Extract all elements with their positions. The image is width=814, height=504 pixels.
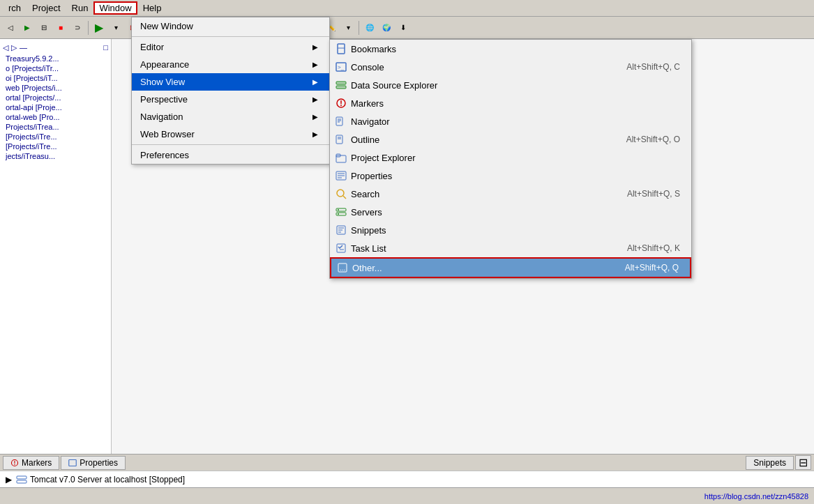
toolbar-globe2[interactable]: 🌐 xyxy=(362,20,377,36)
sidebar-expand[interactable]: □ xyxy=(103,43,108,52)
sidebar-item-9[interactable]: [Projects/iTre... xyxy=(0,142,111,151)
menu-run[interactable]: Run xyxy=(66,1,94,15)
svg-rect-41 xyxy=(69,459,77,466)
sv-servers-label: Servers xyxy=(351,207,382,217)
sv-projexplorer-label: Project Explorer xyxy=(351,153,415,163)
menu-rch[interactable]: rch xyxy=(3,1,27,15)
menu-appearance[interactable]: Appearance ▶ xyxy=(132,56,329,73)
toolbar-globe3[interactable]: 🌍 xyxy=(379,20,394,36)
menu-editor-arrow: ▶ xyxy=(312,43,318,51)
server-expand-arrow[interactable]: ▶ xyxy=(6,475,12,484)
sidebar-item-7[interactable]: Projects/iTrea... xyxy=(0,122,111,132)
sidebar-item-4[interactable]: ortal [Projects/... xyxy=(0,93,111,102)
servers-icon xyxy=(336,206,347,217)
sv-console-label: Console xyxy=(351,62,384,72)
tab-properties-icon xyxy=(68,459,77,467)
menu-perspective[interactable]: Perspective ▶ xyxy=(132,91,329,108)
tab-properties[interactable]: Properties xyxy=(61,456,126,470)
sidebar-item-10[interactable]: jects/iTreasu... xyxy=(0,151,111,161)
toolbar-dropdown1[interactable]: ▾ xyxy=(108,20,123,36)
toolbar-sep5 xyxy=(359,21,359,35)
menu-new-window[interactable]: New Window xyxy=(132,17,329,35)
sidebar-nav-fwd[interactable]: ▷ xyxy=(11,43,17,52)
sv-properties[interactable]: Properties xyxy=(330,167,691,185)
sv-snippets-label: Snippets xyxy=(351,225,386,236)
sv-markers[interactable]: Markers xyxy=(330,94,691,112)
sv-projexplorer[interactable]: Project Explorer xyxy=(330,148,691,167)
sidebar-item-8[interactable]: [Projects/iTre... xyxy=(0,132,111,142)
bottom-tabs: Markers Properties Snippets ⊟ xyxy=(0,454,814,471)
sv-navigator[interactable]: Navigator xyxy=(330,112,691,130)
tab-markers[interactable]: Markers xyxy=(3,456,59,470)
sidebar-item-5[interactable]: ortal-api [Proje... xyxy=(0,102,111,112)
menu-help[interactable]: Help xyxy=(137,1,167,15)
menu-new-window-label: New Window xyxy=(140,21,193,31)
sv-datasource-label: Data Source Explorer xyxy=(351,80,437,91)
menu-perspective-label: Perspective xyxy=(140,94,188,105)
sv-servers[interactable]: Servers xyxy=(330,203,691,221)
sv-search-label: Search xyxy=(351,189,379,199)
svg-text:>_: >_ xyxy=(338,64,345,70)
svg-rect-43 xyxy=(17,480,27,483)
menu-preferences-label: Preferences xyxy=(140,150,189,160)
toolbar-stop[interactable]: ■ xyxy=(53,20,68,36)
toolbar-back[interactable]: ◁ xyxy=(3,20,18,36)
menu-show-view-label: Show View xyxy=(140,77,185,87)
sidebar-item-0[interactable]: Treasury5.9.2... xyxy=(0,54,111,63)
sv-search-shortcut: Alt+Shift+Q, S xyxy=(627,189,680,199)
sv-tasklist-shortcut: Alt+Shift+Q, K xyxy=(627,243,680,253)
sidebar-item-3[interactable]: web [Projects/i... xyxy=(0,83,111,93)
sv-properties-label: Properties xyxy=(351,171,392,181)
menu-preferences[interactable]: Preferences xyxy=(132,146,329,164)
sv-outline[interactable]: Outline Alt+Shift+Q, O xyxy=(330,130,691,148)
sv-other[interactable]: ... Other... Alt+Shift+Q, Q xyxy=(330,257,691,278)
sv-outline-shortcut: Alt+Shift+Q, O xyxy=(626,135,680,144)
tab-markers-icon xyxy=(10,459,19,467)
properties-icon xyxy=(336,170,347,181)
menu-editor[interactable]: Editor ▶ xyxy=(132,38,329,56)
tab-extra[interactable]: ⊟ xyxy=(795,455,811,470)
sv-bookmarks[interactable]: Bookmarks xyxy=(330,40,691,58)
sv-console[interactable]: >_ Console Alt+Shift+Q, C xyxy=(330,58,691,76)
menu-web-browser[interactable]: Web Browser ▶ xyxy=(132,125,329,143)
menu-project[interactable]: Project xyxy=(27,1,66,15)
sidebar: ◁ ▷ — □ Treasury5.9.2... o [Projects/iTr… xyxy=(0,39,112,471)
bookmark-icon xyxy=(336,43,347,54)
svg-point-10 xyxy=(340,105,342,106)
toolbar-sep1 xyxy=(88,21,89,35)
tab-snippets[interactable]: Snippets xyxy=(746,456,794,470)
toolbar-play-green[interactable]: ▶ xyxy=(91,20,107,36)
menu-window[interactable]: Window xyxy=(93,1,137,15)
sv-bookmarks-label: Bookmarks xyxy=(351,44,396,54)
svg-rect-4 xyxy=(336,82,346,84)
sv-datasource[interactable]: Data Source Explorer xyxy=(330,76,691,94)
sidebar-collapse[interactable]: — xyxy=(20,43,27,52)
menu-appearance-arrow: ▶ xyxy=(312,61,318,68)
toolbar-dropdown6[interactable]: ▾ xyxy=(340,20,356,36)
sv-search[interactable]: Search Alt+Shift+Q, S xyxy=(330,185,691,203)
toolbar-split[interactable]: ⊟ xyxy=(36,20,52,36)
sv-tasklist-label: Task List xyxy=(351,243,386,254)
sv-tasklist[interactable]: Task List Alt+Shift+Q, K xyxy=(330,239,691,257)
sidebar-nav-back[interactable]: ◁ xyxy=(3,43,8,52)
menu-navigation[interactable]: Navigation ▶ xyxy=(132,108,329,125)
menu-show-view[interactable]: Show View ▶ xyxy=(132,73,329,91)
toolbar-run[interactable]: ▶ xyxy=(20,20,35,36)
tasklist-icon xyxy=(336,243,347,254)
toolbar-down[interactable]: ⬇ xyxy=(395,20,411,36)
status-url: https://blog.csdn.net/zzn45828 xyxy=(704,492,808,501)
server-status-text: Tomcat v7.0 Server at localhost [Stopped… xyxy=(30,475,185,484)
svg-rect-0 xyxy=(338,44,345,54)
sv-console-shortcut: Alt+Shift+Q, C xyxy=(626,62,680,72)
sv-navigator-label: Navigator xyxy=(351,116,390,127)
menu-perspective-arrow: ▶ xyxy=(312,96,318,103)
sidebar-item-1[interactable]: o [Projects/iTr... xyxy=(0,63,111,73)
svg-rect-15 xyxy=(336,135,342,144)
sidebar-item-6[interactable]: ortal-web [Pro... xyxy=(0,112,111,122)
other-icon: ... xyxy=(337,262,348,273)
menu-show-view-arrow: ▶ xyxy=(312,78,318,86)
sidebar-item-2[interactable]: oi [Projects/iT... xyxy=(0,73,111,83)
toolbar-misc[interactable]: ⊃ xyxy=(70,20,85,36)
sv-other-label: Other... xyxy=(352,263,382,273)
sv-snippets[interactable]: Snippets xyxy=(330,221,691,239)
